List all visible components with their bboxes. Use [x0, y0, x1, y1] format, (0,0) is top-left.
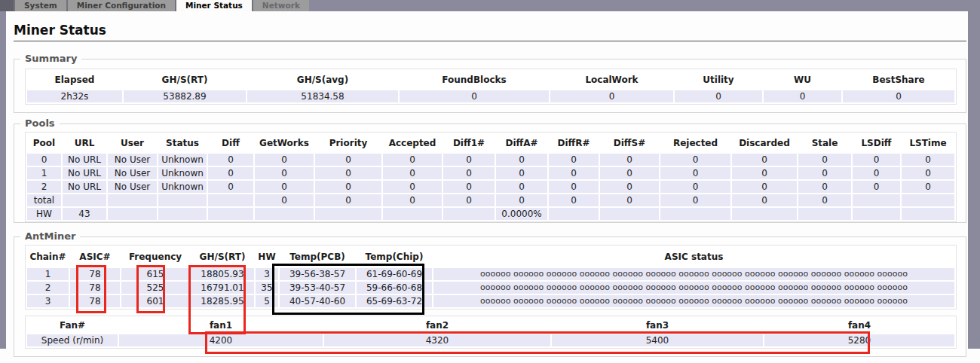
pools-header: DiffS# [600, 134, 659, 152]
pool-cell [63, 194, 106, 206]
summary-value: 0 [675, 90, 762, 102]
fan-table: Fan#fan1fan2fan3fan4 Speed (r/min)420043… [25, 316, 957, 349]
tab-miner-status[interactable]: Miner Status [175, 0, 252, 11]
pool-cell: 0 [732, 194, 797, 206]
pool-cell: 0 [208, 167, 253, 179]
pools-header: URL [63, 134, 106, 152]
pool-cell: 2 [27, 181, 61, 193]
pools-header: Stale [798, 134, 851, 152]
pools-header: Pool [27, 134, 61, 152]
antminer-section: AntMiner Chain#ASIC#FrequencyGH/S(RT)HWT… [14, 236, 966, 357]
tab-system[interactable]: System [14, 0, 66, 11]
pools-header: LSDiff [853, 134, 900, 152]
summary-value: 0 [400, 90, 549, 102]
pools-header: LSTime [902, 134, 954, 152]
pool-cell [158, 208, 207, 220]
chain-cell: 65-69-63-72 [357, 295, 432, 307]
tab-miner-configuration[interactable]: Miner Configuration [66, 0, 175, 11]
chain-cell: 3 [27, 295, 69, 307]
pool-cell: 0 [549, 154, 599, 166]
pool-cell: 0 [443, 194, 495, 206]
chain-header: Temp(PCB) [280, 247, 355, 267]
pool-row-0: 0No URLNo UserUnknown0000000000000 [27, 154, 954, 166]
pool-row-hw: HW430.0000% [27, 208, 954, 220]
fan-speed-cell: 4200 [119, 334, 323, 346]
summary-value: 0 [550, 90, 673, 102]
chain-cell: 16791.01 [191, 282, 254, 294]
chain-cell: 601 [121, 295, 189, 307]
pool-cell: Unknown [158, 167, 207, 179]
summary-legend: Summary [20, 53, 81, 64]
pool-cell: 0 [798, 181, 851, 193]
pool-cell: 0 [496, 194, 547, 206]
pool-cell: No User [108, 154, 157, 166]
pools-header: DiffA# [496, 134, 547, 152]
pool-cell: 0 [853, 154, 900, 166]
pools-section: Pools PoolURLUserStatusDiffGetWorksPrior… [14, 124, 966, 223]
pool-row-total: total0000000000 [27, 194, 954, 206]
fan-header-row: Fan#fan1fan2fan3fan4 [27, 318, 954, 333]
chain-cell: 59-66-60-68 [357, 282, 432, 294]
pool-cell: No URL [63, 181, 106, 193]
pool-cell: 0 [496, 167, 547, 179]
pool-cell [208, 194, 253, 206]
pool-cell: 0 [902, 167, 954, 179]
chain-cell: oooooo oooooo oooooo oooooo oooooo ooooo… [433, 295, 954, 307]
pool-cell: Unknown [158, 154, 207, 166]
pool-cell: 0 [660, 194, 730, 206]
chain-row-1: 17861518805.93339-56-38-5761-69-60-69ooo… [27, 268, 954, 280]
pool-cell: 0 [660, 181, 730, 193]
chain-cell: 5 [256, 295, 278, 307]
chain-cell: 1 [27, 268, 69, 280]
chain-cell: 78 [70, 295, 120, 307]
summary-header: LocalWork [550, 71, 673, 89]
pool-cell: 0 [383, 167, 442, 179]
pool-cell: 0 [798, 194, 851, 206]
pools-header: DiffR# [549, 134, 599, 152]
summary-header: GH/S(avg) [247, 71, 398, 89]
chain-row-2: 27852516791.013539-53-40-5759-66-60-68oo… [27, 282, 954, 294]
summary-header-row: ElapsedGH/S(RT)GH/S(avg)FoundBlocksLocal… [27, 71, 954, 89]
antminer-legend: AntMiner [20, 230, 80, 242]
chain-cell: 61-69-60-69 [357, 268, 432, 280]
pool-cell: 0 [798, 167, 851, 179]
pool-cell: 0 [660, 167, 730, 179]
pool-cell: 0 [549, 181, 599, 193]
chain-cell: 39-56-38-57 [280, 268, 355, 280]
pool-cell: 0 [902, 181, 954, 193]
pool-cell [208, 208, 253, 220]
pool-cell: 0 [902, 154, 954, 166]
pool-cell: 0 [383, 181, 442, 193]
top-frame-corner [0, 0, 14, 11]
pool-cell [732, 208, 797, 220]
right-frame-band [968, 11, 980, 349]
pool-cell [902, 208, 954, 220]
summary-value: 53882.89 [124, 90, 246, 102]
pool-cell: 0 [732, 154, 797, 166]
fan-header: Fan# [27, 318, 118, 333]
pool-cell: No User [108, 181, 157, 193]
chain-cell: 39-53-40-57 [280, 282, 355, 294]
pool-cell: 0 [600, 167, 659, 179]
tab-network[interactable]: Network [252, 0, 309, 11]
pool-cell: 0 [798, 154, 851, 166]
fan-header: fan3 [552, 318, 763, 333]
pools-header: Rejected [660, 134, 730, 152]
summary-value: 51834.58 [247, 90, 398, 102]
pool-cell: 0.0000% [496, 208, 547, 220]
pools-header: Diff [208, 134, 253, 152]
chain-header: ASIC status [433, 247, 954, 267]
chain-cell: 615 [121, 268, 189, 280]
pool-cell: 0 [27, 154, 61, 166]
fan-header: fan2 [324, 318, 550, 333]
pool-row-1: 1No URLNo UserUnknown0000000000000 [27, 167, 954, 179]
pool-cell: Unknown [158, 181, 207, 193]
pools-header: Priority [315, 134, 381, 152]
summary-value: 0 [764, 90, 841, 102]
pool-cell: 0 [732, 167, 797, 179]
fan-speed-cell: 5400 [552, 334, 763, 346]
pool-cell: 0 [208, 181, 253, 193]
pools-table: PoolURLUserStatusDiffGetWorksPriorityAcc… [25, 132, 957, 222]
pool-cell: 0 [496, 154, 547, 166]
pool-cell: 0 [383, 194, 442, 206]
